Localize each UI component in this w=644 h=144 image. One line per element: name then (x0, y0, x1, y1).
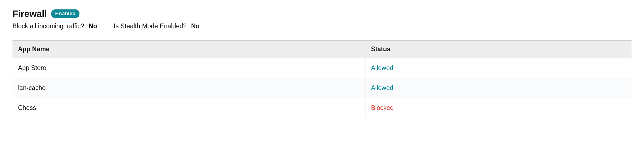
column-status: Status (365, 40, 632, 58)
header: Firewall Enabled (12, 8, 632, 19)
cell-app-name: Chess (12, 98, 365, 118)
meta-block-incoming-label: Block all incoming traffic? (12, 22, 84, 30)
firewall-table: App Name Status App StoreAllowedlan-cach… (12, 40, 632, 118)
cell-status: Allowed (365, 78, 632, 98)
meta-block-incoming: Block all incoming traffic? No (12, 22, 97, 30)
page-title: Firewall (12, 8, 47, 19)
cell-status: Allowed (365, 58, 632, 78)
table-row: lan-cacheAllowed (12, 78, 632, 98)
meta-stealth-mode-label: Is Stealth Mode Enabled? (114, 22, 187, 30)
table-header-row: App Name Status (12, 40, 632, 58)
meta-stealth-mode: Is Stealth Mode Enabled? No (114, 22, 200, 30)
meta-row: Block all incoming traffic? No Is Stealt… (12, 22, 632, 30)
meta-block-incoming-value: No (89, 22, 97, 30)
status-badge: Enabled (51, 9, 79, 18)
table-row: App StoreAllowed (12, 58, 632, 78)
cell-app-name: lan-cache (12, 78, 365, 98)
column-app-name: App Name (12, 40, 365, 58)
table-row: ChessBlocked (12, 98, 632, 118)
cell-app-name: App Store (12, 58, 365, 78)
cell-status: Blocked (365, 98, 632, 118)
meta-stealth-mode-value: No (191, 22, 200, 30)
